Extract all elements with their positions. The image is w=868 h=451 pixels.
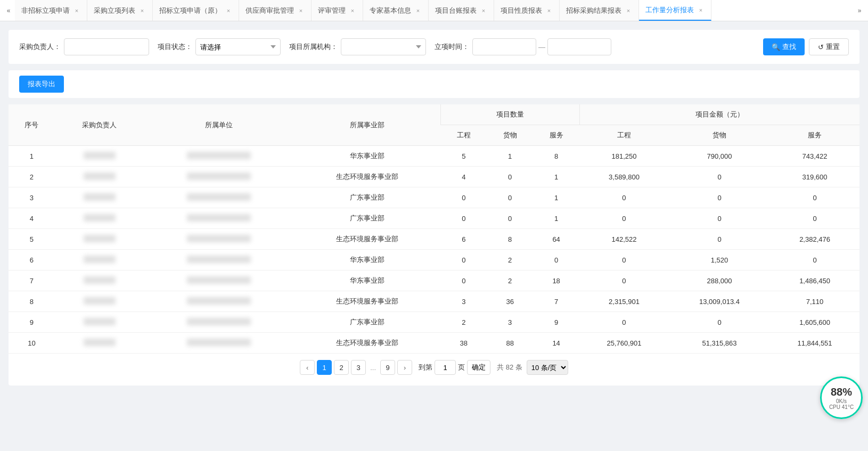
reset-button[interactable]: ↺ 重置	[809, 38, 849, 55]
goto-input[interactable]	[435, 360, 456, 375]
th-count-group: 项目数量	[440, 104, 579, 125]
cell-unit	[144, 167, 294, 187]
unit-cell	[187, 276, 251, 284]
tab-0[interactable]: 非招标立项申请×	[15, 0, 87, 21]
table-row: 1 华东事业部 5 1 8 181,250 790,000 743,422	[9, 146, 859, 167]
cell-svc-count: 0	[533, 250, 579, 270]
tab-close-9[interactable]: ×	[697, 6, 705, 14]
tab-more-btn[interactable]: »	[853, 0, 866, 21]
next-page-btn[interactable]: ›	[397, 360, 412, 375]
cell-goods-amount: 1,520	[669, 250, 770, 270]
search-icon: 🔍	[772, 43, 780, 51]
cell-dept: 广东事业部	[294, 312, 440, 333]
search-button[interactable]: 🔍 查找	[763, 38, 805, 55]
cell-dept: 华东事业部	[294, 250, 440, 270]
tab-label-8: 招标采购结果报表	[566, 6, 621, 15]
tab-close-8[interactable]: ×	[625, 7, 632, 14]
cell-purchaser	[55, 312, 144, 333]
cpu-speed: 0K/s	[836, 398, 847, 404]
unit-cell	[187, 256, 251, 263]
tab-1[interactable]: 采购立项列表×	[87, 0, 153, 21]
th-goods-amount: 货物	[669, 125, 770, 146]
th-svc-count: 服务	[533, 125, 579, 146]
cell-svc-amount: 319,600	[770, 167, 859, 187]
cell-purchaser	[55, 250, 144, 270]
cell-dept: 生态环境服务事业部	[294, 291, 440, 312]
filter-org: 项目所属机构：	[289, 38, 426, 55]
cell-goods-amount: 790,000	[669, 146, 770, 167]
table-row: 3 广东事业部 0 0 1 0 0 0	[9, 187, 859, 208]
cell-unit	[144, 208, 294, 229]
main-content: 采购负责人： 项目状态： 请选择 项目所属机构： 立项时间： — 🔍 查找	[0, 21, 868, 451]
tab-close-7[interactable]: ×	[545, 7, 553, 14]
cpu-widget: 88% 0K/s CPU 41°C	[820, 376, 863, 419]
tab-close-1[interactable]: ×	[138, 7, 146, 14]
table-row: 7 华东事业部 0 2 18 0 288,000 1,486,450	[9, 270, 859, 291]
unit-cell	[187, 214, 251, 222]
date-start-input[interactable]	[472, 38, 536, 55]
page-size-select[interactable]: 10 条/页20 条/页50 条/页	[527, 360, 568, 375]
org-label: 项目所属机构：	[289, 42, 338, 52]
tab-6[interactable]: 项目台账报表×	[429, 0, 494, 21]
tab-label-2: 招标立项申请（原）	[159, 6, 222, 15]
tab-scroll-left[interactable]: «	[2, 0, 15, 21]
tab-7[interactable]: 项目性质报表×	[494, 0, 560, 21]
tab-close-2[interactable]: ×	[225, 7, 232, 14]
tab-2[interactable]: 招标立项申请（原）×	[153, 0, 239, 21]
cell-eng-count: 5	[440, 146, 487, 167]
cell-goods-amount: 288,000	[669, 270, 770, 291]
cell-goods-count: 0	[487, 208, 533, 229]
cell-svc-count: 7	[533, 291, 579, 312]
page-btn-1[interactable]: 1	[317, 360, 332, 375]
page-btn-3[interactable]: 3	[351, 360, 366, 375]
tab-4[interactable]: 评审管理×	[312, 0, 363, 21]
table-body: 1 华东事业部 5 1 8 181,250 790,000 743,422 2 …	[9, 146, 859, 354]
purchaser-input[interactable]	[64, 38, 149, 55]
cell-purchaser	[55, 146, 144, 167]
org-select[interactable]	[341, 38, 426, 55]
cell-eng-count: 0	[440, 208, 487, 229]
tab-5[interactable]: 专家基本信息×	[363, 0, 429, 21]
cell-goods-amount: 0	[669, 312, 770, 333]
status-select[interactable]: 请选择	[195, 38, 281, 55]
cell-goods-amount: 0	[669, 167, 770, 187]
cell-svc-count: 1	[533, 167, 579, 187]
th-index: 序号	[9, 104, 55, 146]
cell-purchaser	[55, 333, 144, 354]
tab-label-5: 专家基本信息	[370, 6, 411, 15]
filter-date: 立项时间： —	[435, 38, 611, 55]
cell-eng-count: 38	[440, 333, 487, 354]
tab-label-9: 工作量分析报表	[645, 5, 694, 15]
tab-close-6[interactable]: ×	[480, 7, 487, 14]
tab-bar: « 非招标立项申请×采购立项列表×招标立项申请（原）×供应商审批管理×评审管理×…	[0, 0, 868, 21]
th-eng-amount: 工程	[579, 125, 669, 146]
cell-dept: 华东事业部	[294, 270, 440, 291]
tab-close-5[interactable]: ×	[414, 7, 422, 14]
cell-eng-count: 0	[440, 270, 487, 291]
cell-purchaser	[55, 187, 144, 208]
export-button[interactable]: 报表导出	[19, 76, 64, 93]
page-btn-9[interactable]: 9	[380, 360, 395, 375]
cell-svc-count: 18	[533, 270, 579, 291]
cell-index: 9	[9, 312, 55, 333]
date-end-input[interactable]	[547, 38, 611, 55]
tab-9[interactable]: 工作量分析报表×	[639, 0, 711, 21]
tab-label-3: 供应商审批管理	[245, 6, 294, 15]
cell-goods-count: 3	[487, 312, 533, 333]
tab-3[interactable]: 供应商审批管理×	[239, 0, 312, 21]
prev-page-btn[interactable]: ‹	[300, 360, 315, 375]
cell-eng-count: 6	[440, 229, 487, 250]
table-row: 10 生态环境服务事业部 38 88 14 25,760,901 51,315,…	[9, 333, 859, 354]
goto-confirm-btn[interactable]: 确定	[467, 360, 490, 375]
th-goods-count: 货物	[487, 125, 533, 146]
cell-goods-count: 36	[487, 291, 533, 312]
tab-8[interactable]: 招标采购结果报表×	[560, 0, 639, 21]
tab-close-0[interactable]: ×	[73, 7, 80, 14]
cell-index: 4	[9, 208, 55, 229]
cell-goods-count: 0	[487, 187, 533, 208]
tab-close-3[interactable]: ×	[297, 7, 305, 14]
tab-close-4[interactable]: ×	[349, 7, 356, 14]
page-btn-2[interactable]: 2	[334, 360, 349, 375]
person-cell	[84, 214, 116, 222]
th-dept: 所属事业部	[294, 104, 440, 146]
